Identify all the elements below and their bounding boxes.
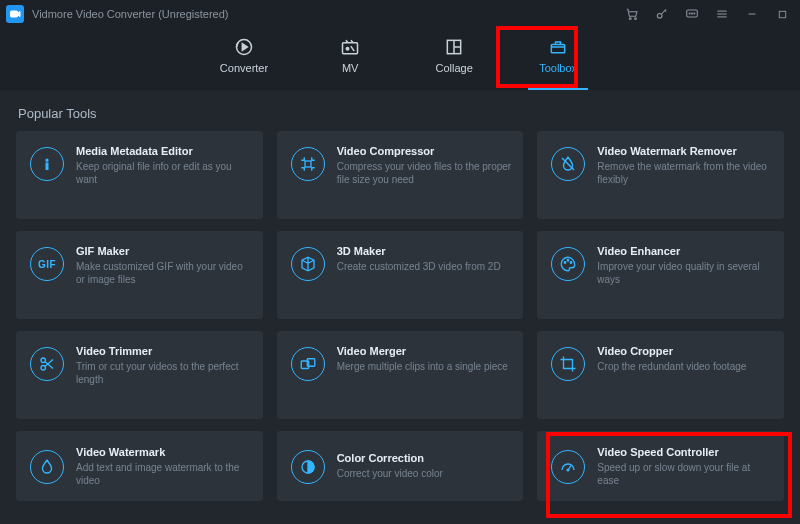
tab-toolbox[interactable]: Toolbox — [528, 36, 588, 90]
svg-marker-15 — [242, 44, 247, 51]
maximize-icon[interactable] — [774, 6, 790, 22]
tool-video-merger[interactable]: Video Merger Merge multiple clips into a… — [277, 331, 524, 419]
app-title: Vidmore Video Converter (Unregistered) — [32, 8, 228, 20]
tool-video-watermark-remover[interactable]: Video Watermark Remover Remove the water… — [537, 131, 784, 219]
card-desc: Trim or cut your videos to the perfect l… — [76, 360, 251, 386]
svg-point-36 — [567, 469, 569, 471]
card-desc: Make customized GIF with your video or i… — [76, 260, 251, 286]
card-title: Video Watermark — [76, 446, 251, 458]
svg-point-6 — [689, 13, 690, 14]
tool-video-enhancer[interactable]: Video Enhancer Improve your video qualit… — [537, 231, 784, 319]
card-text: Video Cropper Crop the redundant video f… — [597, 345, 772, 373]
card-title: GIF Maker — [76, 245, 251, 257]
tool-video-watermark[interactable]: Video Watermark Add text and image water… — [16, 431, 263, 501]
section-title: Popular Tools — [18, 106, 784, 121]
tool-video-cropper[interactable]: Video Cropper Crop the redundant video f… — [537, 331, 784, 419]
card-desc: Improve your video quality in several wa… — [597, 260, 772, 286]
converter-icon — [233, 36, 255, 58]
svg-point-7 — [692, 13, 693, 14]
tab-label: Converter — [220, 62, 268, 74]
svg-rect-16 — [343, 43, 358, 54]
card-desc: Merge multiple clips into a single piece — [337, 360, 512, 373]
svg-point-27 — [571, 262, 573, 264]
droplet-slash-icon — [551, 147, 585, 181]
contrast-icon — [291, 450, 325, 484]
svg-rect-13 — [779, 11, 785, 17]
svg-point-3 — [635, 18, 637, 20]
card-text: Video Enhancer Improve your video qualit… — [597, 245, 772, 286]
droplet-icon — [30, 450, 64, 484]
card-title: Video Enhancer — [597, 245, 772, 257]
tool-3d-maker[interactable]: 3D Maker Create customized 3D video from… — [277, 231, 524, 319]
gif-icon: GIF — [30, 247, 64, 281]
toolbox-icon — [547, 36, 569, 58]
card-text: Video Compressor Compress your video fil… — [337, 145, 512, 186]
svg-point-8 — [694, 13, 695, 14]
tab-label: MV — [342, 62, 359, 74]
svg-point-25 — [565, 262, 567, 264]
card-desc: Add text and image watermark to the vide… — [76, 461, 251, 487]
palette-icon — [551, 247, 585, 281]
svg-point-28 — [41, 358, 46, 363]
card-title: Video Trimmer — [76, 345, 251, 357]
titlebar-controls — [624, 6, 790, 22]
card-text: Video Watermark Remover Remove the water… — [597, 145, 772, 186]
tab-collage[interactable]: Collage — [424, 36, 484, 90]
menu-icon[interactable] — [714, 6, 730, 22]
card-text: Video Merger Merge multiple clips into a… — [337, 345, 512, 373]
card-title: 3D Maker — [337, 245, 512, 257]
scissors-icon — [30, 347, 64, 381]
tool-video-compressor[interactable]: Video Compressor Compress your video fil… — [277, 131, 524, 219]
tool-video-trimmer[interactable]: Video Trimmer Trim or cut your videos to… — [16, 331, 263, 419]
tab-converter[interactable]: Converter — [212, 36, 276, 90]
svg-rect-23 — [305, 161, 311, 167]
card-text: Media Metadata Editor Keep original file… — [76, 145, 251, 186]
cart-icon[interactable] — [624, 6, 640, 22]
svg-rect-0 — [11, 11, 18, 17]
titlebar-left: Vidmore Video Converter (Unregistered) — [6, 5, 228, 23]
svg-point-29 — [41, 366, 46, 371]
svg-point-4 — [657, 13, 662, 18]
app-logo-icon — [6, 5, 24, 23]
card-text: Video Speed Controller Speed up or slow … — [597, 446, 772, 487]
card-title: Video Merger — [337, 345, 512, 357]
svg-point-17 — [346, 47, 349, 50]
card-desc: Crop the redundant video footage — [597, 360, 772, 373]
feedback-icon[interactable] — [684, 6, 700, 22]
svg-point-22 — [46, 159, 48, 161]
card-title: Video Watermark Remover — [597, 145, 772, 157]
card-title: Video Speed Controller — [597, 446, 772, 458]
card-text: Video Watermark Add text and image water… — [76, 446, 251, 487]
card-desc: Compress your video files to the proper … — [337, 160, 512, 186]
card-desc: Remove the watermark from the video flex… — [597, 160, 772, 186]
minimize-icon[interactable] — [744, 6, 760, 22]
tool-gif-maker[interactable]: GIF GIF Maker Make customized GIF with y… — [16, 231, 263, 319]
tools-grid: Media Metadata Editor Keep original file… — [16, 131, 784, 501]
tab-label: Collage — [435, 62, 472, 74]
key-icon[interactable] — [654, 6, 670, 22]
merge-icon — [291, 347, 325, 381]
card-desc: Speed up or slow down your file at ease — [597, 461, 772, 487]
crop-icon — [551, 347, 585, 381]
compress-icon — [291, 147, 325, 181]
main-tabs: Converter MV Collage Toolbox — [0, 28, 800, 90]
collage-icon — [443, 36, 465, 58]
tab-mv[interactable]: MV — [320, 36, 380, 90]
card-text: Video Trimmer Trim or cut your videos to… — [76, 345, 251, 386]
card-text: 3D Maker Create customized 3D video from… — [337, 245, 512, 273]
svg-marker-1 — [18, 12, 21, 17]
card-title: Video Cropper — [597, 345, 772, 357]
gauge-icon — [551, 450, 585, 484]
svg-point-2 — [629, 18, 631, 20]
card-desc: Keep original file info or edit as you w… — [76, 160, 251, 186]
content-area: Popular Tools Media Metadata Editor Keep… — [0, 90, 800, 501]
cube-icon — [291, 247, 325, 281]
tool-video-speed-controller[interactable]: Video Speed Controller Speed up or slow … — [537, 431, 784, 501]
info-icon — [30, 147, 64, 181]
card-text: GIF Maker Make customized GIF with your … — [76, 245, 251, 286]
tool-media-metadata-editor[interactable]: Media Metadata Editor Keep original file… — [16, 131, 263, 219]
tool-color-correction[interactable]: Color Correction Correct your video colo… — [277, 431, 524, 501]
mv-icon — [339, 36, 361, 58]
card-text: Color Correction Correct your video colo… — [337, 452, 512, 480]
card-title: Color Correction — [337, 452, 512, 464]
